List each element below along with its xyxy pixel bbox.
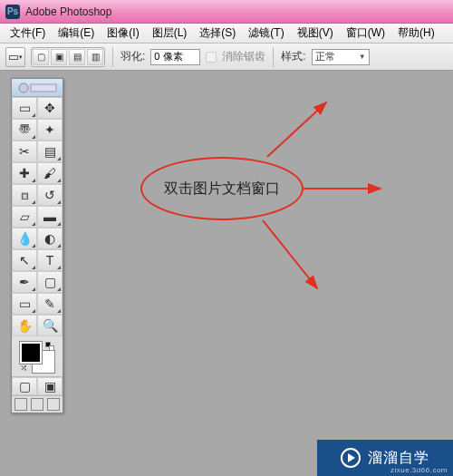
menu-help[interactable]: 帮助(H) xyxy=(391,25,441,41)
app-title: Adobe Photoshop xyxy=(25,5,111,18)
toolbox-header[interactable] xyxy=(12,79,63,97)
menubar: 文件(F) 编辑(E) 图像(I) 图层(L) 选择(S) 滤镜(T) 视图(V… xyxy=(0,24,453,44)
watermark-brand: 溜溜自学 xyxy=(368,449,429,468)
clone-stamp-tool[interactable]: ⧈ xyxy=(12,184,37,206)
default-colors-icon[interactable] xyxy=(45,342,54,351)
selection-subtract[interactable]: ▤ xyxy=(69,49,85,65)
blur-tool[interactable]: 💧 xyxy=(12,228,37,249)
window-titlebar: Ps Adobe Photoshop xyxy=(0,0,453,24)
svg-point-0 xyxy=(19,83,28,92)
menu-select[interactable]: 选择(S) xyxy=(193,25,242,41)
style-value: 正常 xyxy=(315,50,335,63)
fg-color-swatch[interactable] xyxy=(20,342,42,364)
hand-tool[interactable]: ✋ xyxy=(12,315,37,336)
path-select-tool[interactable]: ↖ xyxy=(12,249,37,271)
color-swatch: ⤮ xyxy=(12,336,63,376)
crop-tool[interactable]: ✂ xyxy=(12,141,37,162)
eraser-tool[interactable]: ▱ xyxy=(12,206,37,228)
tool-preset-picker[interactable]: ▭▾ xyxy=(5,47,25,67)
menu-filter[interactable]: 滤镜(T) xyxy=(242,25,290,41)
play-icon xyxy=(341,448,361,468)
toolbox: ▭✥〠✦✂▤✚🖌⧈↺▱▬💧◐↖T✒▢▭✎✋🔍 ⤮ ▢ ▣ xyxy=(11,78,63,413)
quickmask-off[interactable]: ▢ xyxy=(12,377,37,395)
screen-mode-standard[interactable] xyxy=(14,398,27,411)
selection-new[interactable]: ▢ xyxy=(33,49,49,65)
history-brush-tool[interactable]: ↺ xyxy=(37,184,63,206)
watermark-url: zixue.3d66.com xyxy=(390,466,448,474)
menu-file[interactable]: 文件(F) xyxy=(4,25,52,41)
brush-tool[interactable]: 🖌 xyxy=(37,162,63,184)
menu-layer[interactable]: 图层(L) xyxy=(146,25,194,41)
pen-tool[interactable]: ✒ xyxy=(12,271,37,293)
menu-view[interactable]: 视图(V) xyxy=(291,25,340,41)
rectangle-shape-tool[interactable]: ▢ xyxy=(37,271,63,293)
move-tool[interactable]: ✥ xyxy=(37,97,63,119)
style-label: 样式: xyxy=(281,49,305,64)
selection-add[interactable]: ▣ xyxy=(51,49,67,65)
screen-mode-full-menu[interactable] xyxy=(31,398,43,411)
rect-marquee-tool[interactable]: ▭ xyxy=(12,97,37,119)
selection-mode-group: ▢ ▣ ▤ ▥ xyxy=(31,47,105,67)
dodge-tool[interactable]: ◐ xyxy=(37,228,63,249)
style-select[interactable]: 正常 ▼ xyxy=(312,49,370,65)
healing-brush-tool[interactable]: ✚ xyxy=(12,162,37,184)
screen-mode-full[interactable] xyxy=(47,398,60,411)
selection-intersect[interactable]: ▥ xyxy=(87,49,103,65)
menu-image[interactable]: 图像(I) xyxy=(101,25,145,41)
separator xyxy=(273,47,274,67)
lasso-tool[interactable]: 〠 xyxy=(12,119,37,141)
menu-window[interactable]: 窗口(W) xyxy=(340,25,391,41)
menu-edit[interactable]: 编辑(E) xyxy=(52,25,101,41)
quickmask-on[interactable]: ▣ xyxy=(37,377,63,395)
magic-wand-tool[interactable]: ✦ xyxy=(37,119,63,141)
gradient-tool[interactable]: ▬ xyxy=(37,206,63,228)
zoom-tool[interactable]: 🔍 xyxy=(37,315,63,336)
eyedropper-tool[interactable]: ✎ xyxy=(37,293,63,315)
svg-rect-1 xyxy=(31,84,56,92)
feather-input[interactable] xyxy=(150,49,200,65)
watermark: 溜溜自学 zixue.3d66.com xyxy=(317,440,453,476)
slice-tool[interactable]: ▤ xyxy=(37,141,63,162)
notes-tool[interactable]: ▭ xyxy=(12,293,37,315)
chevron-down-icon: ▼ xyxy=(359,53,366,61)
antialias-label: 消除锯齿 xyxy=(222,49,265,64)
feather-label: 羽化: xyxy=(120,49,145,64)
antialias-checkbox xyxy=(206,52,217,63)
separator xyxy=(112,47,113,67)
type-tool[interactable]: T xyxy=(37,249,63,271)
swap-colors-icon[interactable]: ⤮ xyxy=(20,363,27,373)
options-bar: ▭▾ ▢ ▣ ▤ ▥ 羽化: 消除锯齿 样式: 正常 ▼ xyxy=(0,44,453,71)
screen-mode-group xyxy=(12,395,63,413)
document-area[interactable] xyxy=(0,71,453,476)
app-icon: Ps xyxy=(5,5,20,19)
